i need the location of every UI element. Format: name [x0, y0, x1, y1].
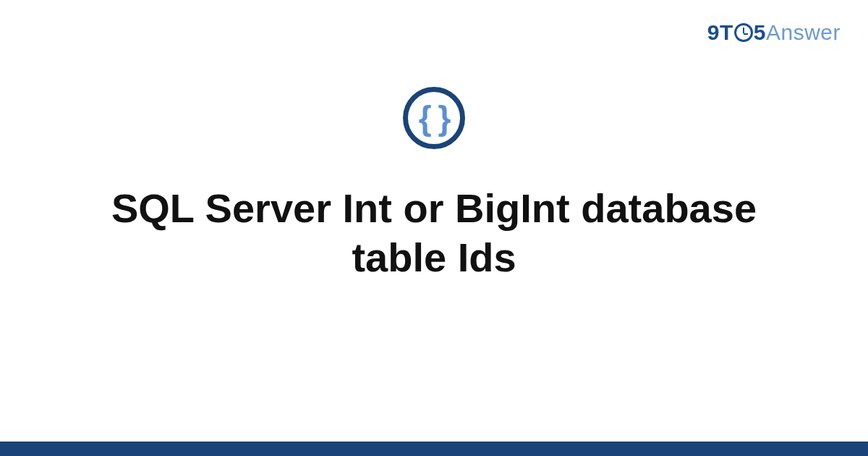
logo-text-answer: Answer [766, 20, 841, 44]
site-logo: 9T5Answer [707, 20, 841, 45]
braces-glyph: { } [419, 101, 450, 135]
logo-text-9t: 9T [707, 20, 733, 44]
code-braces-icon: { } [403, 87, 465, 149]
page-title: SQL Server Int or BigInt database table … [43, 184, 825, 283]
logo-text-5: 5 [754, 20, 766, 44]
main-content: { } SQL Server Int or BigInt database ta… [0, 87, 868, 283]
clock-icon [734, 23, 753, 42]
footer-accent-bar [0, 442, 868, 456]
